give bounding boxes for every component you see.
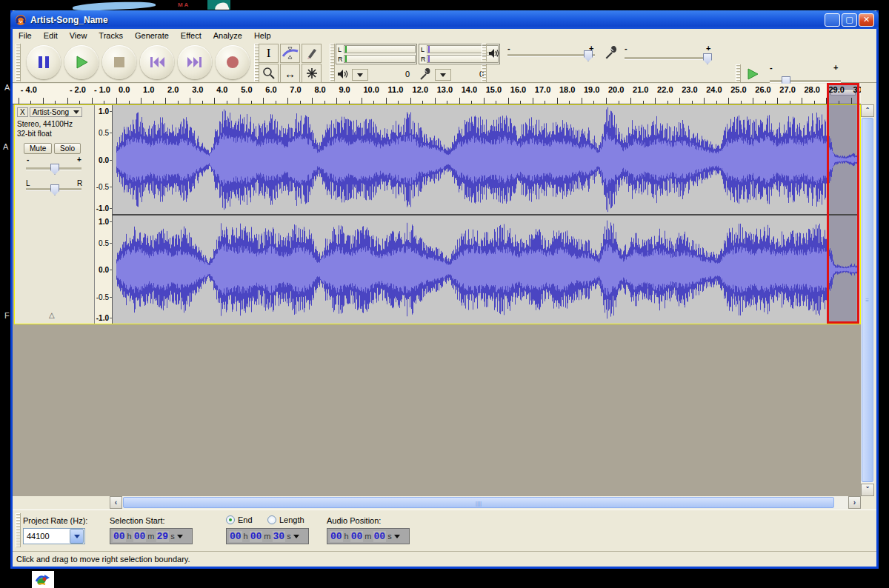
selection-toolbar-grabber[interactable] — [16, 513, 21, 547]
horizontal-scrollbar-thumb[interactable]: |||| — [123, 497, 834, 508]
menu-file[interactable]: File — [13, 30, 38, 41]
scroll-up-button[interactable]: ˆ — [861, 104, 874, 117]
transcription-toolbar-grabber[interactable] — [736, 64, 741, 82]
solo-button[interactable]: Solo — [54, 143, 81, 154]
time-shift-tool-button[interactable]: ↔ — [280, 64, 300, 83]
selection-end-field[interactable]: 00h00m30s — [226, 528, 309, 544]
pan-right-label: R — [77, 179, 82, 187]
transport-toolbar-grabber[interactable] — [16, 44, 21, 81]
close-button[interactable]: ✕ — [859, 13, 874, 27]
edit-toolbar-grabber[interactable] — [482, 64, 487, 82]
vertical-scrollbar-thumb[interactable]: ≡ — [862, 118, 873, 482]
scale-value: 1.0 — [99, 107, 109, 116]
menu-generate[interactable]: Generate — [129, 30, 175, 41]
menu-tracks[interactable]: Tracks — [93, 30, 129, 41]
ruler-tick — [263, 98, 264, 104]
envelope-tool-button[interactable] — [280, 44, 300, 63]
record-button[interactable] — [216, 45, 250, 79]
time-field-dropdown-icon[interactable] — [293, 535, 299, 538]
desktop-shortcut-icon[interactable] — [32, 571, 54, 588]
play-at-speed-button[interactable] — [742, 64, 764, 83]
output-volume-slider[interactable] — [507, 54, 595, 57]
menu-analyze[interactable]: Analyze — [207, 30, 248, 41]
meter-toolbar-grabber[interactable] — [330, 44, 335, 81]
scroll-down-button[interactable]: ˇ — [861, 484, 874, 496]
selection-start-field[interactable]: 00h00m29s — [110, 528, 193, 544]
scale-value: 0.5 — [99, 238, 109, 247]
track-close-button[interactable]: X — [17, 107, 28, 117]
time-unit-label: h — [344, 532, 350, 541]
ruler-tick — [19, 98, 19, 104]
scroll-right-button[interactable]: › — [848, 496, 861, 509]
ruler-label: 6.0 — [265, 85, 276, 94]
stereo-waveform[interactable] — [113, 105, 859, 324]
gain-slider[interactable] — [26, 167, 81, 170]
time-field-dropdown-icon[interactable] — [394, 535, 400, 538]
track-title-menu[interactable]: Artist-Song — [30, 107, 82, 117]
play-button[interactable] — [64, 45, 99, 79]
audio-position-field[interactable]: 00h00m00s — [327, 528, 410, 544]
horizontal-scrollbar[interactable]: ‹ |||| › — [110, 496, 861, 509]
ruler-tick — [471, 101, 472, 104]
ruler-label: 7.0 — [290, 85, 301, 94]
mixer-toolbar-grabber[interactable] — [482, 44, 487, 61]
draw-tool-button[interactable] — [302, 44, 322, 63]
selection-tool-button[interactable]: I — [259, 44, 279, 63]
selection-tool-icon: I — [267, 46, 271, 61]
time-digits[interactable]: 00 — [229, 531, 242, 542]
skip-to-start-icon — [149, 56, 165, 69]
project-rate-label: Project Rate (Hz): — [23, 516, 87, 525]
end-radio[interactable]: End — [226, 515, 253, 524]
ruler-tick — [545, 101, 545, 104]
time-digits[interactable]: 29 — [156, 531, 170, 542]
track-collapse-triangle[interactable]: △ — [49, 311, 55, 319]
time-digits[interactable]: 00 — [133, 531, 147, 542]
maximize-button[interactable]: ▢ — [842, 13, 857, 27]
selection-highlight-annotation — [827, 83, 859, 324]
menu-help[interactable]: Help — [248, 30, 277, 41]
zoom-tool-button[interactable] — [259, 64, 279, 83]
title-bar[interactable]: Artist-Song_Name _ ▢ ✕ — [10, 10, 879, 29]
vertical-scrollbar[interactable]: ˆ ≡ ˇ — [861, 104, 874, 496]
multi-tool-button[interactable] — [302, 64, 322, 83]
project-rate-combobox[interactable]: 44100 — [23, 528, 85, 544]
pause-button[interactable] — [27, 45, 61, 79]
ruler-tick — [447, 101, 447, 104]
timeline-ruler[interactable]: - 4.0- 2.0- 1.00.01.02.03.04.05.06.07.08… — [13, 84, 861, 104]
toolbar-area: I↔ L R L R 0 0 - + — [13, 42, 876, 83]
pan-left-label: L — [26, 179, 30, 187]
time-digits[interactable]: 00 — [250, 531, 263, 542]
recording-meter-dropdown[interactable] — [435, 69, 451, 81]
pan-slider[interactable] — [26, 188, 81, 191]
scroll-left-button[interactable]: ‹ — [110, 496, 122, 509]
menu-view[interactable]: View — [64, 30, 93, 41]
menu-edit[interactable]: Edit — [38, 30, 64, 41]
recording-meter-left-label: L — [421, 46, 424, 53]
vertical-scale-ruler[interactable]: 1.00.50.0-0.5-1.01.00.50.0-0.5-1.0 — [95, 105, 113, 324]
menu-effect[interactable]: Effect — [175, 30, 207, 41]
time-digits[interactable]: 30 — [273, 531, 286, 542]
time-digits[interactable]: 00 — [350, 531, 364, 542]
skip-to-start-button[interactable] — [140, 45, 174, 79]
mute-button[interactable]: Mute — [24, 143, 52, 154]
ruler-label: 12.0 — [413, 85, 428, 94]
ruler-tick — [214, 98, 215, 104]
time-digits[interactable]: 00 — [113, 531, 126, 542]
playback-meter-dropdown[interactable] — [352, 69, 368, 81]
end-radio-label: End — [238, 515, 253, 524]
input-volume-slider[interactable] — [625, 57, 712, 60]
minimize-button[interactable]: _ — [825, 13, 840, 27]
skip-to-end-button[interactable] — [178, 45, 212, 79]
ruler-tick — [276, 101, 276, 104]
project-rate-dropdown-button[interactable] — [70, 529, 84, 544]
multi-tool-icon — [306, 67, 318, 79]
time-field-dropdown-icon[interactable] — [177, 535, 183, 538]
time-digits[interactable]: 00 — [330, 531, 343, 542]
ruler-tick — [251, 101, 252, 104]
time-digits[interactable]: 00 — [373, 531, 387, 542]
playback-meter[interactable]: L R — [336, 44, 417, 64]
stop-button[interactable] — [102, 45, 136, 79]
length-radio[interactable]: Length — [267, 515, 304, 524]
ruler-tick — [728, 98, 729, 104]
ruler-label: 26.0 — [755, 85, 770, 94]
